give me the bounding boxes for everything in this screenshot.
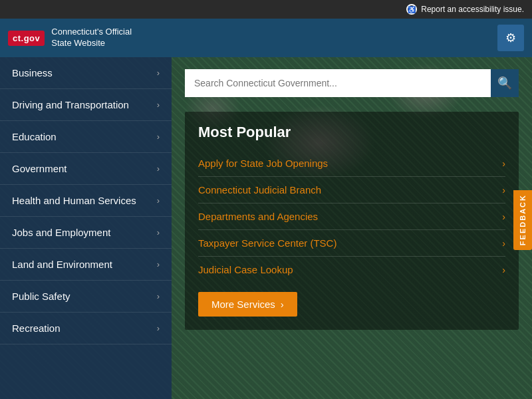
chevron-right-icon: › (157, 291, 160, 301)
sidebar-item-label: Government (12, 156, 157, 182)
chevron-right-icon: › (157, 323, 160, 333)
main-content: Business › Driving and Transportation › … (0, 57, 532, 399)
gear-icon: ⚙ (505, 31, 516, 45)
sidebar-item-label: Land and Environment (12, 251, 157, 278)
chevron-right-icon: › (157, 132, 160, 142)
chevron-right-icon: › (502, 158, 505, 169)
chevron-right-icon: › (502, 265, 505, 275)
search-button[interactable]: 🔍 (491, 69, 519, 97)
chevron-right-icon: › (157, 227, 160, 237)
search-input[interactable] (185, 69, 491, 97)
sidebar-item-label: Business (12, 60, 157, 86)
chevron-right-icon: › (157, 100, 160, 110)
sidebar-item-driving[interactable]: Driving and Transportation › (0, 89, 172, 121)
chevron-right-icon: › (157, 259, 160, 269)
popular-item[interactable]: Connecticut Judicial Branch › (198, 177, 505, 203)
sidebar-item-education[interactable]: Education › (0, 121, 172, 153)
logo-line2: State Website (51, 38, 105, 48)
sidebar-item-label: Driving and Transportation (12, 92, 157, 118)
logo-badge: ct.gov (8, 31, 45, 46)
feedback-label: FEEDBACK (519, 194, 527, 245)
sidebar-item-land[interactable]: Land and Environment › (0, 249, 172, 281)
accessibility-bar: ♿ Report an accessibility issue. (0, 0, 532, 19)
sidebar-item-health[interactable]: Health and Human Services › (0, 185, 172, 217)
chevron-right-icon: › (502, 211, 505, 222)
chevron-right-icon: › (502, 185, 505, 196)
sidebar-item-recreation[interactable]: Recreation › (0, 313, 172, 344)
more-services-label: More Services (211, 299, 275, 310)
sidebar-item-label: Education (12, 124, 157, 150)
sidebar-item-business[interactable]: Business › (0, 57, 172, 89)
sidebar-item-label: Health and Human Services (12, 188, 157, 214)
logo-line1: Connecticut's Official (51, 27, 132, 37)
popular-item-text: Connecticut Judicial Branch (198, 184, 321, 196)
more-services-chevron: › (281, 299, 284, 310)
site-header: ct.gov Connecticut's Official State Webs… (0, 19, 532, 57)
more-services-button[interactable]: More Services › (198, 292, 297, 317)
sidebar-item-label: Public Safety (12, 283, 157, 310)
search-bar: 🔍 (185, 69, 519, 97)
popular-item[interactable]: Taxpayer Service Center (TSC) › (198, 230, 505, 257)
search-icon: 🔍 (497, 76, 512, 90)
chevron-right-icon: › (502, 238, 505, 249)
most-popular-title: Most Popular (198, 124, 505, 141)
logo-text: Connecticut's Official State Website (51, 27, 132, 49)
chevron-right-icon: › (157, 164, 160, 174)
popular-item[interactable]: Departments and Agencies › (198, 203, 505, 230)
popular-item-text: Apply for State Job Openings (198, 158, 328, 169)
most-popular-panel: Most Popular Apply for State Job Opening… (185, 112, 519, 330)
popular-item[interactable]: Judicial Case Lookup › (198, 257, 505, 283)
popular-item-text: Taxpayer Service Center (TSC) (198, 237, 336, 249)
content-area: 🔍 Most Popular Apply for State Job Openi… (172, 57, 532, 399)
accessibility-link[interactable]: Report an accessibility issue. (421, 5, 524, 14)
sidebar-item-label: Recreation (12, 315, 157, 342)
sidebar-item-government[interactable]: Government › (0, 153, 172, 185)
chevron-right-icon: › (157, 196, 160, 205)
header-logo: ct.gov Connecticut's Official State Webs… (8, 27, 132, 49)
sidebar-item-label: Jobs and Employment (12, 219, 157, 246)
chevron-right-icon: › (157, 68, 160, 78)
popular-item-text: Judicial Case Lookup (198, 264, 293, 275)
feedback-tab[interactable]: FEEDBACK (513, 190, 532, 250)
settings-button[interactable]: ⚙ (497, 25, 524, 51)
popular-item[interactable]: Apply for State Job Openings › (198, 150, 505, 177)
sidebar-item-safety[interactable]: Public Safety › (0, 281, 172, 313)
sidebar-nav: Business › Driving and Transportation › … (0, 57, 172, 399)
accessibility-icon: ♿ (406, 4, 417, 15)
sidebar-item-jobs[interactable]: Jobs and Employment › (0, 217, 172, 249)
popular-item-text: Departments and Agencies (198, 211, 318, 222)
